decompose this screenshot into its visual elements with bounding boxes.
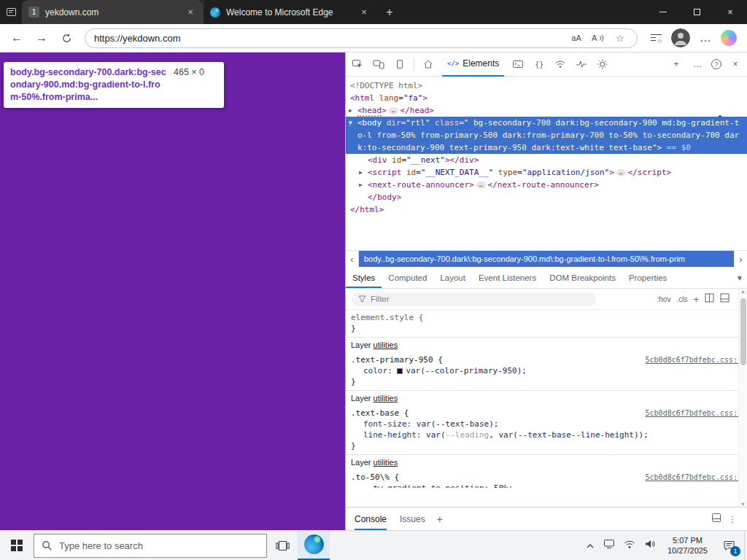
layer-link[interactable]: utilities — [374, 341, 398, 349]
edge-taskbar-button[interactable] — [298, 531, 330, 560]
expand-arrow-icon[interactable]: ▶ — [359, 166, 368, 179]
css-file-link[interactable]: 5cb0d8c6f7bdfebc.css:1 — [646, 356, 742, 364]
console-panel-icon[interactable] — [511, 57, 525, 71]
add-style-rule-button[interactable]: + — [693, 294, 699, 305]
settings-gear-icon[interactable] — [595, 57, 610, 71]
sources-panel-icon[interactable]: {} — [532, 57, 546, 71]
tab-properties[interactable]: Properties — [622, 267, 673, 288]
minimize-button[interactable] — [646, 0, 680, 24]
hov-toggle[interactable]: :hov — [657, 295, 671, 303]
dom-tree-line[interactable]: </body> — [346, 191, 747, 203]
performance-panel-icon[interactable] — [574, 57, 589, 71]
cls-toggle[interactable]: .cls — [676, 295, 687, 303]
tab-elements[interactable]: </> Elements — [442, 52, 504, 77]
tab-actions-menu-button[interactable] — [0, 0, 22, 24]
url-text[interactable]: https://yekdown.com — [94, 33, 562, 44]
breadcrumb-selected-crumb[interactable]: body..bg-secondary-700.dark\:bg-secondar… — [359, 251, 734, 267]
new-tab-button[interactable]: + — [379, 2, 400, 23]
settings-menu-icon[interactable]: … — [694, 28, 716, 48]
taskbar-search-box[interactable]: Type here to search — [34, 534, 267, 558]
expand-arrow-icon[interactable]: ▶ — [349, 104, 357, 117]
translate-icon[interactable]: aA — [568, 34, 584, 42]
inspect-element-icon[interactable] — [350, 57, 365, 71]
tab-close-icon[interactable]: × — [358, 7, 370, 18]
display-tray-icon[interactable] — [603, 539, 615, 552]
tray-expand-icon[interactable] — [586, 539, 595, 552]
profile-avatar[interactable] — [671, 28, 690, 47]
forward-button[interactable]: → — [31, 28, 53, 48]
volume-tray-icon[interactable] — [644, 539, 656, 552]
styles-scrollbar[interactable]: ▲ ▼ — [738, 289, 747, 507]
scrollbar-thumb[interactable] — [740, 298, 746, 365]
back-button[interactable]: ← — [6, 28, 28, 48]
tab-dom-breakpoints[interactable]: DOM Breakpoints — [543, 267, 622, 288]
rule-selector[interactable]: .text-primary-950 { — [351, 355, 443, 365]
rule-selector[interactable]: .to-50\% { — [351, 472, 399, 482]
address-bar[interactable]: https://yekdown.com aA A ☆ — [85, 28, 638, 48]
dom-tree-line[interactable]: <div id="__next"></div> — [346, 154, 747, 166]
layer-link[interactable]: utilities — [374, 394, 398, 402]
maximize-button[interactable] — [680, 0, 713, 24]
tab-layout[interactable]: Layout — [433, 267, 472, 288]
styles-filter-input[interactable]: Filter — [352, 292, 596, 306]
taskbar-clock[interactable]: 5:07 PM 10/27/2025 — [662, 535, 713, 556]
layer-link[interactable]: utilities — [374, 458, 398, 467]
welcome-home-icon[interactable] — [421, 57, 436, 71]
rule-selector[interactable]: element.style { — [351, 313, 423, 322]
tab-styles[interactable]: Styles — [346, 267, 382, 288]
drawer-tab-console[interactable]: Console — [355, 508, 387, 530]
css-property[interactable]: --tw-gradient-to-position: 50%; — [346, 483, 747, 488]
layout-pane-icon[interactable] — [720, 292, 729, 306]
more-tools-plus-icon[interactable]: + — [669, 57, 684, 71]
read-aloud-icon[interactable]: A — [590, 33, 606, 43]
css-property[interactable]: line-height: var(--leading, var(--text-b… — [346, 429, 747, 440]
devtools-close-icon[interactable]: × — [728, 57, 743, 71]
color-swatch[interactable] — [397, 368, 403, 374]
css-file-link[interactable]: 5cb0d8c6f7bdfebc.css:1 — [646, 409, 742, 417]
add-favorite-star-icon[interactable]: ☆ — [612, 33, 628, 44]
dom-tree-line[interactable]: </html> — [346, 203, 747, 216]
dock-icon[interactable] — [711, 513, 721, 525]
network-tray-icon[interactable] — [624, 539, 635, 552]
device-toolbar-icon[interactable] — [371, 57, 386, 71]
scroll-up-arrow[interactable]: ▲ — [740, 289, 746, 294]
task-view-button[interactable] — [267, 531, 298, 560]
tab-event-listeners[interactable]: Event Listeners — [472, 267, 543, 288]
css-property[interactable]: font-size: var(--text-base); — [346, 419, 747, 429]
expand-arrow-icon[interactable]: ▼ — [349, 117, 357, 129]
page-content[interactable]: body.bg-secondary-700.dark:bg-secondary-… — [0, 52, 345, 530]
show-desktop-button[interactable] — [744, 531, 747, 560]
dom-tree-line[interactable]: ▶<head>…</head> — [346, 104, 747, 117]
copilot-icon[interactable] — [721, 30, 737, 46]
tab-close-icon[interactable]: × — [185, 7, 196, 18]
browser-tab-welcome[interactable]: Welcome to Microsoft Edge × — [203, 0, 376, 24]
breadcrumb-left-arrow[interactable]: ‹ — [346, 251, 359, 267]
breadcrumb-right-arrow[interactable]: › — [734, 251, 747, 267]
tab-computed[interactable]: Computed — [382, 267, 433, 288]
focus-page-icon[interactable] — [392, 57, 407, 71]
drawer-menu-icon[interactable]: … — [729, 515, 740, 523]
dom-tree-line[interactable]: <!DOCTYPE html> — [346, 79, 747, 92]
help-icon[interactable]: ? — [711, 59, 721, 69]
dom-tree-line[interactable]: ▶<next-route-announcer>…</next-route-ann… — [346, 179, 747, 191]
refresh-button[interactable] — [55, 28, 77, 48]
favorites-hub-icon[interactable]: ☆ — [645, 28, 667, 48]
rule-selector[interactable]: .text-base { — [351, 408, 409, 418]
scroll-down-arrow[interactable]: ▼ — [740, 502, 746, 507]
css-file-link[interactable]: 5cb0d8c6f7bdfebc.css:1 — [646, 473, 742, 481]
devtools-menu-icon[interactable]: … — [690, 57, 705, 71]
expand-arrow-icon[interactable]: ▶ — [359, 179, 368, 191]
start-button[interactable] — [0, 531, 34, 560]
dom-tree-line[interactable]: ▶<script id="__NEXT_DATA__" type="applic… — [346, 166, 747, 179]
tab-overflow-chevron[interactable]: ▾ — [732, 273, 747, 283]
drawer-tab-issues[interactable]: Issues — [400, 508, 425, 530]
action-center-button[interactable]: 1 — [713, 531, 744, 560]
dom-tree-line[interactable]: <html lang="fa"> — [346, 92, 747, 104]
add-drawer-tab-button[interactable]: + — [437, 513, 443, 525]
css-property[interactable]: color: var(--color-primary-950); — [346, 365, 747, 376]
split-view-icon[interactable] — [705, 292, 714, 306]
network-panel-icon[interactable] — [553, 57, 568, 71]
dom-tree-line[interactable]: ▼<body dir="rtl" class=" bg-secondary-70… — [346, 117, 747, 154]
browser-tab-yekdown[interactable]: 1 yekdown.com × — [22, 0, 203, 24]
close-window-button[interactable]: × — [713, 0, 747, 24]
